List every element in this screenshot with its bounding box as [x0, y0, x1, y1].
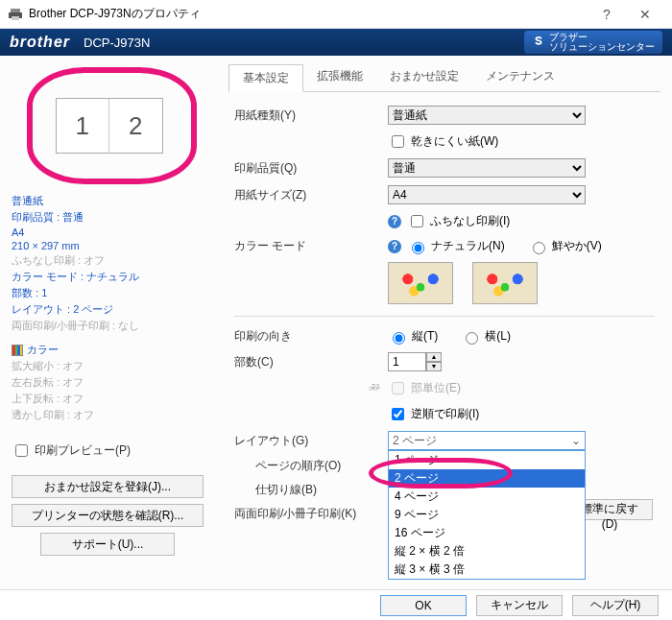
layout-option[interactable]: 縦 2 × 横 2 倍: [389, 542, 585, 560]
layout-option[interactable]: 9 ページ: [389, 506, 585, 524]
slowdry-checkbox[interactable]: 乾きにくい紙(W): [388, 132, 498, 151]
layout-preview: 1 2: [33, 73, 191, 179]
svg-rect-0: [11, 9, 20, 12]
register-preset-button[interactable]: おまかせ設定を登録(J)...: [12, 475, 204, 498]
cancel-button[interactable]: キャンセル: [476, 595, 563, 616]
summary-quality: 印刷品質 : 普通: [12, 210, 211, 225]
summary-dim: 210 × 297 mm: [12, 240, 211, 251]
collate-icon: ▫²▫¹: [369, 381, 378, 395]
layout-dropdown-list[interactable]: 1 ページ 2 ページ 4 ページ 9 ページ 16 ページ 縦 2 × 横 2…: [388, 450, 586, 580]
reverse-checkbox[interactable]: 逆順で印刷(I): [388, 405, 479, 423]
colormode-vivid-thumb[interactable]: [472, 262, 538, 304]
window-help-button[interactable]: ?: [588, 1, 626, 28]
summary-mirror: 左右反転 : オフ: [12, 375, 211, 390]
copies-down[interactable]: ▼: [426, 362, 442, 371]
pageorder-label: ページの順序(O): [234, 458, 388, 474]
colormode-vivid-radio[interactable]: 鮮やか(V): [528, 238, 602, 254]
printer-status-button[interactable]: プリンターの状態を確認(R)...: [12, 504, 204, 527]
summary-copies: 部数 : 1: [12, 286, 211, 300]
layout-option[interactable]: 縦 3 × 横 3 倍: [389, 560, 585, 579]
print-preview-input[interactable]: [15, 444, 28, 457]
brand-logo: brother: [10, 34, 70, 51]
summary-borderless: ふちなし印刷 : オフ: [12, 253, 211, 268]
tab-maintenance[interactable]: メンテナンス: [472, 63, 568, 91]
summary-size: A4: [12, 227, 211, 238]
window-close-button[interactable]: ✕: [626, 1, 664, 28]
quality-label: 印刷品質(Q): [234, 160, 388, 177]
size-label: 用紙サイズ(Z): [234, 187, 388, 203]
layout-select-value: 2 ページ: [393, 433, 437, 449]
orient-landscape-radio[interactable]: 横(L): [461, 328, 511, 345]
copies-input[interactable]: [388, 352, 426, 371]
tab-basic[interactable]: 基本設定: [228, 64, 303, 92]
media-select[interactable]: 普通紙: [388, 106, 586, 125]
chevron-down-icon: ⌄: [571, 434, 581, 447]
orient-label: 印刷の向き: [234, 328, 388, 345]
preview-page-2: 2: [109, 99, 162, 153]
colormode-natural-radio[interactable]: ナチュラル(N): [407, 238, 505, 254]
size-select[interactable]: A4: [388, 185, 586, 204]
model-label: DCP-J973N: [84, 36, 150, 50]
support-button[interactable]: サポート(U)...: [40, 533, 175, 556]
print-preview-label: 印刷プレビュー(P): [35, 442, 131, 459]
help-icon[interactable]: ?: [388, 215, 401, 228]
window-title: Brother DCP-J973Nのプロパティ: [29, 6, 201, 22]
preview-page-1: 1: [57, 99, 110, 153]
layout-option[interactable]: 1 ページ: [389, 451, 585, 469]
copies-label: 部数(C): [234, 354, 388, 370]
help-button[interactable]: ヘルプ(H): [572, 595, 659, 616]
summary-layout: レイアウト : 2 ページ: [12, 302, 211, 317]
layout-option[interactable]: 2 ページ: [389, 469, 585, 488]
help-icon-2[interactable]: ?: [388, 240, 401, 253]
layout-option[interactable]: 16 ページ: [389, 524, 585, 542]
collate-checkbox: 部単位(E): [388, 379, 461, 397]
support-s-icon: [532, 36, 545, 49]
orient-portrait-radio[interactable]: 縦(T): [388, 328, 438, 345]
colormode-label: カラー モード: [234, 238, 388, 254]
color-swatch-icon: [12, 345, 23, 356]
copies-up[interactable]: ▲: [426, 352, 442, 362]
svg-rect-2: [12, 16, 19, 20]
solution-center-link[interactable]: ブラザー ソリューションセンター: [524, 31, 662, 54]
border-label: 仕切り線(B): [234, 482, 388, 498]
layout-option[interactable]: 4 ページ: [389, 488, 585, 506]
tab-preset[interactable]: おまかせ設定: [376, 63, 472, 91]
summary-flip: 上下反転 : オフ: [12, 392, 211, 406]
colormode-natural-thumb[interactable]: [388, 262, 453, 304]
layout-select[interactable]: 2 ページ ⌄ 1 ページ 2 ページ 4 ページ 9 ページ 16 ページ 縦…: [388, 431, 655, 450]
summary-color-head: カラー: [27, 344, 59, 355]
duplex-label: 両面印刷/小冊子印刷(K): [234, 506, 388, 522]
summary-watermark: 透かし印刷 : オフ: [12, 408, 211, 422]
media-label: 用紙種類(Y): [234, 107, 388, 124]
summary-colormode: カラー モード : ナチュラル: [12, 270, 211, 284]
copies-spinner[interactable]: ▲▼: [388, 352, 442, 371]
summary-scale: 拡大縮小 : オフ: [12, 359, 211, 373]
borderless-checkbox[interactable]: ふちなし印刷(I): [407, 212, 510, 230]
quality-select[interactable]: 普通: [388, 158, 586, 178]
tab-advanced[interactable]: 拡張機能: [303, 63, 376, 91]
solution-center-label: ブラザー ソリューションセンター: [549, 33, 655, 52]
summary-duplex: 両面印刷/小冊子印刷 : なし: [12, 319, 211, 333]
print-preview-checkbox[interactable]: 印刷プレビュー(P): [12, 441, 131, 460]
layout-label: レイアウト(G): [234, 433, 388, 449]
printer-icon: [8, 7, 23, 22]
ok-button[interactable]: OK: [380, 595, 467, 616]
summary-media: 普通紙: [12, 194, 211, 208]
